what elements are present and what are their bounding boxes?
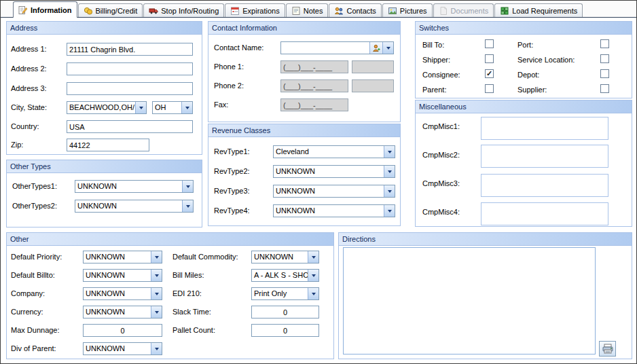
currency-combo[interactable]: UNKNOWN (83, 306, 162, 318)
othertypes1-label: OtherTypes1: (12, 180, 57, 193)
address3-input[interactable] (67, 82, 193, 95)
chevron-down-icon[interactable] (182, 200, 193, 212)
phone1-input[interactable] (280, 60, 348, 73)
chevron-down-icon[interactable] (308, 251, 318, 263)
switches-group-title: Switches (416, 22, 632, 35)
pictures-icon (388, 6, 397, 16)
default-commodity-combo[interactable]: UNKNOWN (251, 251, 319, 263)
othertypes1-combo[interactable]: UNKNOWN (75, 180, 194, 193)
chevron-down-icon[interactable] (384, 185, 395, 197)
tab-notes[interactable]: Notes (286, 3, 329, 17)
chevron-down-icon[interactable] (151, 306, 162, 318)
tab-information[interactable]: Information (13, 1, 77, 18)
shipper-checkbox[interactable]: ✓ (485, 54, 494, 63)
contact-name-combo[interactable] (280, 41, 394, 54)
cmpmisc1-input[interactable] (481, 117, 608, 140)
billto-switch-label: Bill To: (422, 40, 444, 50)
edi-210-label: EDI 210: (172, 287, 202, 300)
phone2-ext-input[interactable] (352, 79, 394, 92)
parent-switch-label: Parent: (422, 85, 446, 94)
billing-coins-icon (84, 6, 93, 16)
miscellaneous-group-body: CmpMisc1: CmpMisc2: CmpMisc3: CmpMisc4: (416, 113, 632, 225)
service-location-checkbox[interactable]: ✓ (600, 54, 609, 63)
revtype1-combo-value: Cleveland (274, 146, 384, 158)
zip-input[interactable] (67, 139, 149, 151)
div-of-parent-combo[interactable]: UNKNOWN (83, 342, 162, 355)
chevron-down-icon[interactable] (308, 288, 318, 299)
default-priority-combo[interactable]: UNKNOWN (83, 251, 162, 263)
state-combo[interactable]: OH (152, 101, 193, 114)
company-combo[interactable]: UNKNOWN (83, 287, 162, 300)
billto-checkbox[interactable]: ✓ (485, 39, 494, 48)
default-billto-combo[interactable]: UNKNOWN (83, 269, 162, 282)
phone2-input[interactable] (280, 79, 348, 92)
slack-time-input[interactable] (251, 306, 319, 318)
tab-contacts[interactable]: Contacts (329, 3, 381, 17)
chevron-down-icon[interactable] (182, 181, 193, 192)
tab-label: Information (31, 6, 72, 14)
revtype1-combo[interactable]: Cleveland (273, 145, 395, 158)
tab-billing-credit[interactable]: Billing/Credit (78, 3, 143, 17)
address2-input[interactable] (67, 62, 193, 75)
default-commodity-combo-value: UNKNOWN (252, 251, 308, 263)
other-group: Other Default Priority: UNKNOWN Default … (6, 232, 334, 359)
phone1-ext-input[interactable] (352, 60, 394, 73)
chevron-down-icon[interactable] (151, 288, 162, 299)
tab-stop-info-routing[interactable]: Stop Info/Routing (143, 3, 224, 17)
revtype4-combo[interactable]: UNKNOWN (273, 204, 395, 217)
contact-information-group-body: Contact Name: Phone 1: Phone 2: Fax: (208, 35, 400, 121)
city-combo[interactable]: BEACHWOOD,OH/ (67, 101, 147, 114)
tab-load-requirements[interactable]: Load Requirements (494, 3, 583, 17)
default-billto-combo-value: UNKNOWN (84, 270, 151, 281)
chevron-down-icon[interactable] (382, 42, 393, 54)
directions-textarea[interactable] (343, 247, 596, 354)
pallet-count-input[interactable] (251, 324, 319, 337)
chevron-down-icon[interactable] (384, 205, 395, 217)
edi-210-combo[interactable]: Print Only (251, 287, 319, 300)
othertypes2-combo[interactable]: UNKNOWN (75, 200, 194, 213)
bill-miles-combo[interactable]: A - ALK S - SHO (251, 269, 319, 282)
notes-icon (291, 6, 301, 16)
chevron-down-icon[interactable] (135, 102, 146, 113)
cmpmisc4-input[interactable] (481, 202, 608, 225)
othertypes2-label: OtherTypes2: (12, 200, 57, 213)
tab-expirations[interactable]: Expirations (225, 3, 285, 17)
tab-pictures[interactable]: Pictures (382, 3, 433, 17)
port-checkbox[interactable]: ✓ (600, 39, 609, 48)
chevron-down-icon[interactable] (151, 343, 162, 354)
fax-input[interactable] (280, 98, 348, 111)
print-button[interactable] (599, 341, 616, 357)
other-group-body: Default Priority: UNKNOWN Default Commod… (7, 246, 333, 358)
contact-person-icon[interactable] (369, 42, 382, 54)
directions-group: Directions (338, 232, 632, 359)
depot-checkbox[interactable]: ✓ (600, 69, 609, 78)
city-combo-value: BEACHWOOD,OH/ (67, 102, 135, 113)
chevron-down-icon[interactable] (308, 270, 318, 281)
contact-name-label: Contact Name: (214, 41, 263, 54)
cmpmisc3-input[interactable] (481, 174, 608, 197)
country-input[interactable] (67, 120, 193, 133)
chevron-down-icon[interactable] (151, 270, 162, 281)
chevron-down-icon[interactable] (384, 166, 395, 177)
max-dunnage-input[interactable] (83, 324, 162, 337)
contact-information-group-title: Contact Information (208, 22, 400, 35)
currency-label: Currency: (11, 306, 43, 318)
revtype2-combo[interactable]: UNKNOWN (273, 165, 395, 178)
parent-checkbox[interactable]: ✓ (485, 84, 494, 93)
default-priority-combo-value: UNKNOWN (84, 251, 151, 263)
chevron-down-icon[interactable] (384, 146, 395, 158)
revenue-classes-group-body: RevType1: Cleveland RevType2: UNKNOWN Re… (208, 137, 400, 225)
revtype3-combo[interactable]: UNKNOWN (273, 185, 395, 198)
chevron-down-icon[interactable] (181, 102, 192, 113)
address-group-body: Address 1: Address 2: Address 3: City, S… (7, 35, 202, 153)
customer-form-window: Information Billing/Credit Stop Info/Rou… (0, 0, 637, 364)
supplier-checkbox[interactable]: ✓ (600, 84, 609, 93)
address1-input[interactable] (67, 43, 193, 56)
directions-group-body (339, 246, 632, 358)
expirations-calendar-icon (230, 6, 240, 16)
other-group-title: Other (7, 233, 333, 246)
address2-label: Address 2: (11, 62, 47, 75)
consignee-checkbox[interactable]: ✓ (485, 69, 494, 78)
chevron-down-icon[interactable] (151, 251, 162, 263)
cmpmisc2-input[interactable] (481, 145, 608, 168)
